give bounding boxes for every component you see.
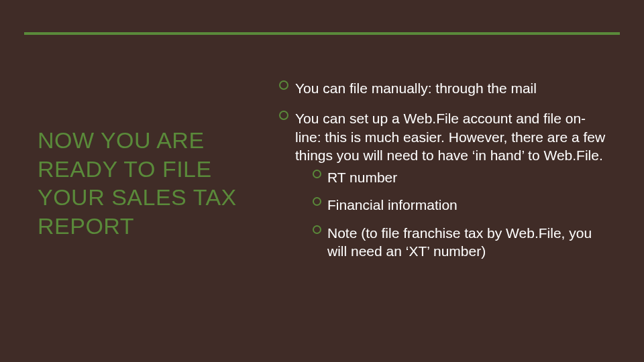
slide-body: NOW YOU ARE READY TO FILE YOUR SALES TAX… [24,32,620,342]
bullet-item: You can file manually: through the mail [279,79,606,97]
right-column: You can file manually: through the mail … [272,32,620,342]
sub-bullet-text: RT number [327,170,397,185]
bullet-icon [279,111,288,120]
bullet-icon [313,170,321,178]
sub-bullet-text: Financial information [327,197,458,213]
slide-title: NOW YOU ARE READY TO FILE YOUR SALES TAX… [38,126,266,240]
bullet-icon [313,225,321,234]
bullet-icon [313,197,321,206]
bullet-text: You can set up a Web.File account and fi… [295,111,605,163]
bullet-item: You can set up a Web.File account and fi… [279,109,606,260]
sub-bullet-item: Note (to file franchise tax by Web.File,… [313,224,606,261]
sub-bullet-list: RT number Financial information Note (to… [295,168,606,260]
sub-bullet-item: RT number [313,168,606,186]
sub-bullet-item: Financial information [313,196,606,214]
bullet-icon [279,80,288,90]
sub-bullet-text: Note (to file franchise tax by Web.File,… [327,225,592,259]
bullet-text: You can file manually: through the mail [295,80,537,96]
left-column: NOW YOU ARE READY TO FILE YOUR SALES TAX… [24,32,272,342]
